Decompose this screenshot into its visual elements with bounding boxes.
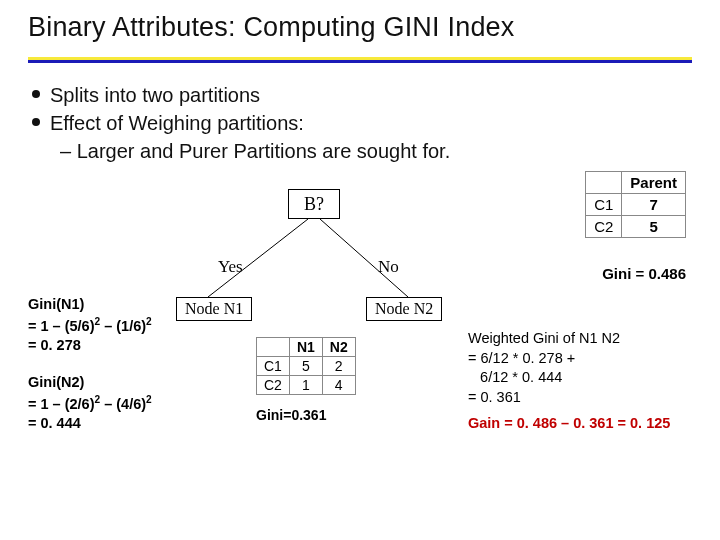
bullet-list: Splits into two partitions Effect of Wei… (32, 81, 692, 165)
node-n2: Node N2 (366, 297, 442, 321)
tree-root-node: B? (288, 189, 340, 219)
bullet-dot-icon (32, 90, 40, 98)
gini-n1-line1: Gini(N1) (28, 295, 152, 315)
weighted-l2: = 6/12 * 0. 278 + (468, 349, 620, 369)
gini-n1-line2: = 1 – (5/6)2 – (1/6)2 (28, 315, 152, 336)
gini-n2-calc: Gini(N2) = 1 – (2/6)2 – (4/6)2 = 0. 444 (28, 373, 152, 434)
sub-bullet: – Larger and Purer Partitions are sought… (60, 137, 692, 165)
node-gini: Gini=0.361 (256, 407, 326, 423)
node-table: N1N2 C152 C214 (256, 337, 356, 395)
bullet-dot-icon (32, 118, 40, 126)
weighted-l1: Weighted Gini of N1 N2 (468, 329, 620, 349)
nt-h2: N2 (322, 338, 355, 357)
weighted-l3: 6/12 * 0. 444 (468, 368, 620, 388)
parent-r1c1: C1 (586, 194, 622, 216)
parent-head: Parent (622, 172, 686, 194)
edge-no-label: No (378, 257, 399, 277)
nt-r1c2: 2 (322, 357, 355, 376)
nt-r1c0: C1 (257, 357, 290, 376)
weighted-l4: = 0. 361 (468, 388, 620, 408)
node-n1: Node N1 (176, 297, 252, 321)
parent-r2c2: 5 (622, 216, 686, 238)
gini-n1-line3: = 0. 278 (28, 336, 152, 356)
nt-r2c2: 4 (322, 376, 355, 395)
parent-table: Parent C17 C25 (585, 171, 686, 238)
bullet-1-text: Splits into two partitions (50, 81, 260, 109)
nt-r2c0: C2 (257, 376, 290, 395)
nt-r2c1: 1 (289, 376, 322, 395)
divider (28, 57, 692, 63)
parent-r1c2: 7 (622, 194, 686, 216)
parent-gini: Gini = 0.486 (602, 265, 686, 282)
slide-title: Binary Attributes: Computing GINI Index (28, 12, 692, 43)
bullet-2-text: Effect of Weighing partitions: (50, 109, 304, 137)
gain-text: Gain = 0. 486 – 0. 361 = 0. 125 (468, 415, 670, 431)
weighted-gini-calc: Weighted Gini of N1 N2 = 6/12 * 0. 278 +… (468, 329, 620, 407)
parent-r2c1: C2 (586, 216, 622, 238)
edge-yes-label: Yes (218, 257, 243, 277)
gini-n2-line1: Gini(N2) (28, 373, 152, 393)
bullet-1: Splits into two partitions (32, 81, 692, 109)
gini-n1-calc: Gini(N1) = 1 – (5/6)2 – (1/6)2 = 0. 278 (28, 295, 152, 356)
nt-h1: N1 (289, 338, 322, 357)
nt-r1c1: 5 (289, 357, 322, 376)
bullet-2: Effect of Weighing partitions: (32, 109, 692, 137)
gini-n2-line2: = 1 – (2/6)2 – (4/6)2 (28, 393, 152, 414)
gini-n2-line3: = 0. 444 (28, 414, 152, 434)
